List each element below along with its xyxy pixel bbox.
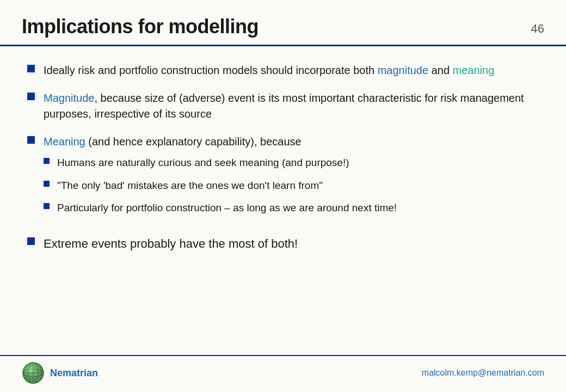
sub-bullet-icon: [44, 158, 50, 164]
sub-bullet-text: Humans are naturally curious and seek me…: [57, 155, 349, 170]
sub-bullet-icon: [44, 203, 50, 209]
bullet-icon: [27, 237, 35, 245]
list-item: Meaning (and hence explanatory capabilit…: [27, 134, 539, 223]
slide-header: Implications for modelling 46: [0, 0, 566, 46]
magnitude-link: magnitude: [378, 64, 428, 76]
footer-logo: Nematrian: [22, 362, 98, 384]
sub-bullet-icon: [44, 181, 50, 187]
slide-footer: Nematrian malcolm.kemp@nematrian.com: [0, 355, 566, 392]
main-bullet-list: Ideally risk and portfolio construction …: [27, 63, 539, 253]
list-item: Humans are naturally curious and seek me…: [44, 155, 397, 170]
list-item: Particularly for portfolio construction …: [44, 200, 397, 216]
slide-title: Implications for modelling: [22, 15, 259, 38]
slide-number: 46: [531, 22, 544, 38]
slide-content: Ideally risk and portfolio construction …: [0, 46, 566, 275]
list-item: Magnitude, because size of (adverse) eve…: [27, 90, 539, 122]
footer-email: malcolm.kemp@nematrian.com: [422, 368, 544, 378]
meaning-link: meaning: [453, 64, 495, 76]
magnitude-label: Magnitude: [44, 92, 94, 104]
bullet-icon: [27, 93, 35, 100]
bullet-icon: [27, 65, 35, 72]
bullet-text: Extreme events probably have the most of…: [44, 235, 298, 253]
sub-bullet-list: Humans are naturally curious and seek me…: [27, 155, 397, 223]
slide: Implications for modelling 46 Ideally ri…: [0, 0, 566, 392]
list-item: Ideally risk and portfolio construction …: [27, 63, 539, 78]
bullet-icon: [27, 136, 35, 144]
list-item: "The only 'bad' mistakes are the ones we…: [44, 178, 397, 193]
bullet-text: Magnitude, because size of (adverse) eve…: [44, 90, 539, 122]
list-item: Extreme events probably have the most of…: [27, 235, 539, 253]
globe-icon: [22, 362, 45, 384]
bullet-text: Meaning (and hence explanatory capabilit…: [44, 134, 302, 150]
brand-name: Nematrian: [50, 367, 98, 379]
bullet-text: Ideally risk and portfolio construction …: [44, 63, 494, 78]
meaning-label: Meaning: [44, 136, 85, 148]
sub-bullet-text: Particularly for portfolio construction …: [57, 200, 397, 216]
sub-bullet-text: "The only 'bad' mistakes are the ones we…: [57, 178, 323, 193]
